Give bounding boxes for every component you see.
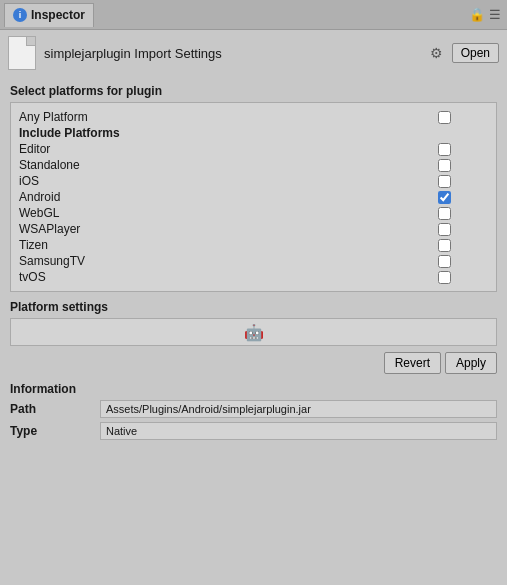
platform-checkbox-samsungtv[interactable] [438,255,451,268]
platform-label-samsungtv: SamsungTV [19,254,428,268]
menu-icon[interactable]: ☰ [489,7,501,22]
any-platform-checkbox-cell [428,111,488,124]
platform-label-tizen: Tizen [19,238,428,252]
path-row: Path Assets/Plugins/Android/simplejarplu… [10,400,497,418]
platform-checkbox-ios[interactable] [438,175,451,188]
platform-row-tizen: Tizen [19,237,488,253]
inspector-icon: i [13,8,27,22]
any-platform-row: Any Platform [19,109,488,125]
platform-row-ios: iOS [19,173,488,189]
inspector-tab[interactable]: i Inspector [4,3,94,27]
include-platforms-heading: Include Platforms [19,125,488,141]
type-row: Type Native [10,422,497,440]
android-settings-icon: 🤖 [244,323,264,342]
path-label: Path [10,402,100,416]
platform-settings-title: Platform settings [10,300,497,314]
type-value: Native [100,422,497,440]
platform-label-android: Android [19,190,428,204]
platform-checkbox-android[interactable] [438,191,451,204]
main-content: Select platforms for plugin Any Platform… [0,74,507,450]
platform-row-samsungtv: SamsungTV [19,253,488,269]
type-label: Type [10,424,100,438]
platform-checkbox-wsaplayer[interactable] [438,223,451,236]
include-platforms-label: Include Platforms [19,126,488,140]
gear-button[interactable]: ⚙ [428,44,446,62]
platform-label-tvos: tvOS [19,270,428,284]
tab-actions: 🔒 ☰ [469,7,501,22]
platform-checkbox-tizen[interactable] [438,239,451,252]
path-value: Assets/Plugins/Android/simplejarplugin.j… [100,400,497,418]
platform-label-wsaplayer: WSAPlayer [19,222,428,236]
header-left: simplejarplugin Import Settings [8,36,222,70]
select-platforms-title: Select platforms for plugin [10,84,497,98]
platform-settings-bar: 🤖 [10,318,497,346]
platform-row-tvos: tvOS [19,269,488,285]
header-title: simplejarplugin Import Settings [44,46,222,61]
platform-row-android: Android [19,189,488,205]
platform-label-ios: iOS [19,174,428,188]
apply-button[interactable]: Apply [445,352,497,374]
platform-row-editor: Editor [19,141,488,157]
platform-label-webgl: WebGL [19,206,428,220]
tab-bar: i Inspector 🔒 ☰ [0,0,507,30]
revert-button[interactable]: Revert [384,352,441,374]
header-area: simplejarplugin Import Settings ⚙ Open [0,30,507,74]
platform-row-wsaplayer: WSAPlayer [19,221,488,237]
lock-icon[interactable]: 🔒 [469,7,485,22]
platform-checkbox-webgl[interactable] [438,207,451,220]
inspector-tab-label: Inspector [31,8,85,22]
information-section: Information Path Assets/Plugins/Android/… [10,382,497,440]
buttons-row: Revert Apply [10,352,497,374]
file-icon [8,36,36,70]
platform-label-editor: Editor [19,142,428,156]
platform-checkbox-standalone[interactable] [438,159,451,172]
any-platform-checkbox[interactable] [438,111,451,124]
platform-row-webgl: WebGL [19,205,488,221]
any-platform-label: Any Platform [19,110,428,124]
platform-row-standalone: Standalone [19,157,488,173]
platform-checkbox-tvos[interactable] [438,271,451,284]
information-title: Information [10,382,497,396]
platforms-panel: Any Platform Include Platforms Editor St… [10,102,497,292]
platform-checkbox-editor[interactable] [438,143,451,156]
open-button[interactable]: Open [452,43,499,63]
platform-label-standalone: Standalone [19,158,428,172]
